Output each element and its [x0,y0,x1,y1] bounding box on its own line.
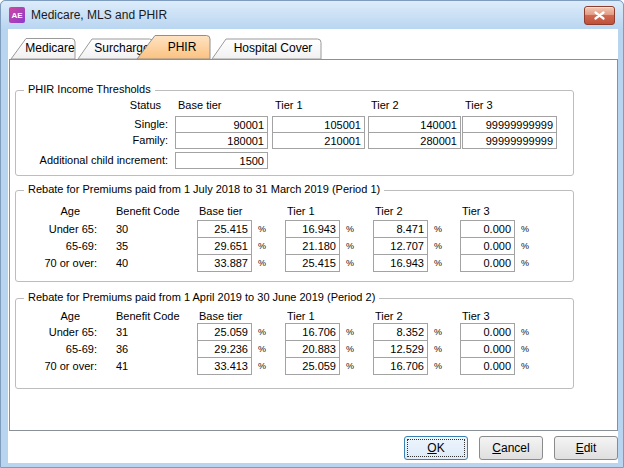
single-tier3-field[interactable]: 99999999999 [462,116,557,133]
percent-label: % [258,258,266,268]
p2-column-header-tier1: Tier 1 [287,310,315,322]
ok-button[interactable]: OK [404,436,468,460]
percent-label: % [346,241,354,251]
tab-strip: Medicare Surcharge Hospital Cover PHIR [8,29,618,60]
p1-70-or-over-tier1-field[interactable]: 25.415 [285,254,340,272]
percent-label: % [434,258,442,268]
p2-65-69-benefit-code: 36 [116,340,128,358]
titlebar[interactable]: AE Medicare, MLS and PHIR [1,1,623,29]
percent-label: % [434,241,442,251]
p1-65-69-tier1-field[interactable]: 21.180 [285,237,340,255]
income-thresholds-groupbox: PHIR Income Thresholds Status Base tier … [15,90,574,176]
ok-button-label: OK [427,441,444,455]
tab-hospital-cover[interactable]: Hospital Cover [212,39,321,59]
single-tier2-field[interactable]: 140001 [368,116,461,133]
single-base-tier-field[interactable]: 90001 [175,116,268,133]
close-icon [594,11,605,20]
period1-title: Rebate for Premiums paid from 1 July 201… [24,183,384,195]
p1-70-or-over-label: 70 or over: [16,254,97,272]
p2-65-69-label: 65-69: [16,340,97,358]
p1-70-or-over-benefit-code: 40 [116,254,128,272]
p2-under65-tier3-field[interactable]: 0.000 [460,323,515,341]
period1-groupbox: Rebate for Premiums paid from 1 July 201… [15,190,574,282]
single-tier1-field[interactable]: 105001 [272,116,365,133]
p1-65-69-benefit-code: 35 [116,237,128,255]
p1-under65-tier2-field[interactable]: 8.471 [373,220,428,238]
edit-button[interactable]: Edit [554,436,618,460]
p2-65-69-tier1-field[interactable]: 20.883 [285,340,340,358]
p1-column-header-benefit-code: Benefit Code [116,205,180,217]
p2-65-69-tier3-field[interactable]: 0.000 [460,340,515,358]
column-header-income-tier3: Tier 3 [465,99,493,111]
p2-under65-tier2-field[interactable]: 8.352 [373,323,428,341]
family-tier3-field[interactable]: 99999999999 [462,132,557,149]
p1-under65-tier1-field[interactable]: 16.943 [285,220,340,238]
p2-column-header-tier3: Tier 3 [462,310,490,322]
p2-70-or-over-tier2-field[interactable]: 16.706 [373,357,428,375]
p2-70-or-over-label: 70 or over: [16,357,97,375]
p2-70-or-over-tier3-field[interactable]: 0.000 [460,357,515,375]
additional-child-increment-field[interactable]: 1500 [175,152,268,169]
p1-70-or-over-tier3-field[interactable]: 0.000 [460,254,515,272]
p2-65-69-tier2-field[interactable]: 12.529 [373,340,428,358]
cancel-button[interactable]: Cancel [479,436,543,460]
p2-70-or-over-base-field[interactable]: 33.413 [197,357,252,375]
family-tier1-field[interactable]: 210001 [272,132,365,149]
income-thresholds-title: PHIR Income Thresholds [24,83,155,95]
p1-70-or-over-tier2-field[interactable]: 16.943 [373,254,428,272]
p1-under65-base-field[interactable]: 25.415 [197,220,252,238]
p2-under65-benefit-code: 31 [116,323,128,341]
percent-label: % [434,327,442,337]
p1-column-header-base-tier: Base tier [199,205,242,217]
dialog-client-area: Medicare Surcharge Hospital Cover PHIR P… [8,29,618,463]
window-title: Medicare, MLS and PHIR [31,8,167,22]
percent-label: % [346,258,354,268]
phir-tab-page: PHIR Income Thresholds Status Base tier … [9,59,618,431]
percent-label: % [521,344,529,354]
p2-under65-base-field[interactable]: 25.059 [197,323,252,341]
p1-65-69-base-field[interactable]: 29.651 [197,237,252,255]
close-button[interactable] [584,6,615,25]
medicare-mls-phir-dialog: AE Medicare, MLS and PHIR Medica [0,0,624,468]
tab-medicare[interactable]: Medicare [11,39,75,60]
p2-under65-tier1-field[interactable]: 16.706 [285,323,340,341]
p1-70-or-over-base-field[interactable]: 33.887 [197,254,252,272]
p2-65-69-base-field[interactable]: 29.236 [197,340,252,358]
p1-column-header-tier3: Tier 3 [462,205,490,217]
percent-label: % [346,327,354,337]
column-header-income-base-tier: Base tier [178,99,221,111]
tab-hospital-cover-label: Hospital Cover [234,41,313,55]
additional-child-increment-label: Additional child increment: [16,152,168,169]
family-base-tier-field[interactable]: 180001 [175,132,268,149]
p1-column-header-age: Age [16,205,80,217]
percent-label: % [258,327,266,337]
tab-medicare-label: Medicare [25,41,75,55]
percent-label: % [521,258,529,268]
percent-label: % [258,241,266,251]
p1-65-69-tier2-field[interactable]: 12.707 [373,237,428,255]
p1-under65-benefit-code: 30 [116,220,128,238]
percent-label: % [258,224,266,234]
family-tier2-field[interactable]: 280001 [368,132,461,149]
percent-label: % [521,241,529,251]
column-header-income-tier1: Tier 1 [275,99,303,111]
cancel-button-label: Cancel [492,441,529,455]
p1-column-header-tier1: Tier 1 [287,205,315,217]
percent-label: % [521,327,529,337]
p1-65-69-tier3-field[interactable]: 0.000 [460,237,515,255]
percent-label: % [521,361,529,371]
column-header-income-tier2: Tier 2 [371,99,399,111]
period2-groupbox: Rebate for Premiums paid from 1 April 20… [15,298,574,389]
family-row-label: Family: [16,132,168,149]
p1-under65-tier3-field[interactable]: 0.000 [460,220,515,238]
p2-70-or-over-tier1-field[interactable]: 25.059 [285,357,340,375]
p2-column-header-age: Age [16,310,80,322]
percent-label: % [258,361,266,371]
edit-button-label: Edit [576,441,597,455]
percent-label: % [346,361,354,371]
p2-70-or-over-benefit-code: 41 [116,357,128,375]
app-icon: AE [9,7,25,23]
p2-column-header-benefit-code: Benefit Code [116,310,180,322]
percent-label: % [258,344,266,354]
percent-label: % [434,224,442,234]
